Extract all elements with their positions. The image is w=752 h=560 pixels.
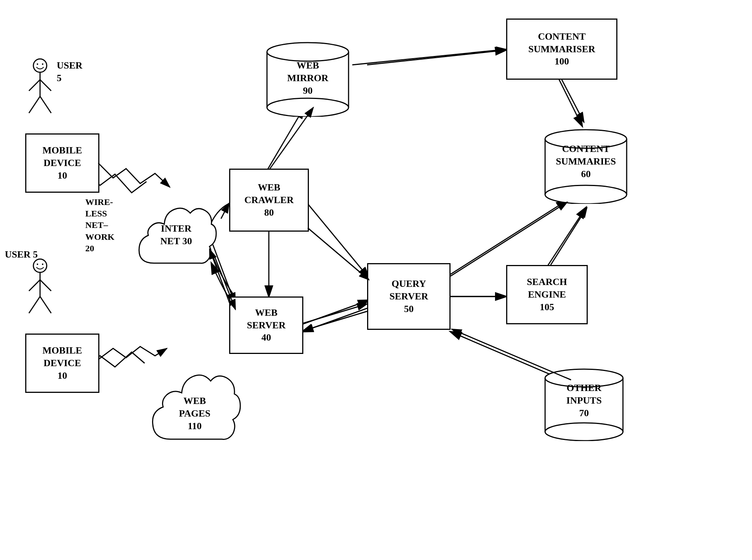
svg-line-52 xyxy=(562,80,584,122)
mobile-device1-box: MOBILEDEVICE10 xyxy=(25,133,99,193)
internet-node: INTERNET 30 xyxy=(132,193,221,285)
content-summariser-label: CONTENTSUMMARISER100 xyxy=(528,30,596,68)
search-engine-box: SEARCHENGINE105 xyxy=(506,265,588,324)
svg-point-34 xyxy=(267,98,349,117)
wireless-network-label: WIRE-LESSNET–WORK20 xyxy=(85,196,115,254)
svg-line-20 xyxy=(40,80,51,91)
svg-line-53 xyxy=(308,228,369,280)
other-inputs-cylinder: OTHERINPUTS70 xyxy=(541,361,627,443)
user1-label: USER5 xyxy=(57,59,82,85)
svg-line-10 xyxy=(451,200,567,274)
other-inputs-label: OTHERINPUTS70 xyxy=(541,382,627,419)
svg-line-12 xyxy=(547,208,586,267)
svg-point-23 xyxy=(33,259,47,272)
web-pages-node: WEBPAGES110 xyxy=(145,359,245,456)
svg-line-51 xyxy=(352,49,506,65)
query-server-box: QUERYSERVER50 xyxy=(367,263,451,330)
svg-point-17 xyxy=(42,63,43,65)
svg-line-27 xyxy=(29,280,40,291)
svg-line-8 xyxy=(302,300,369,324)
svg-line-55 xyxy=(303,311,367,331)
web-server-box: WEBSERVER40 xyxy=(229,296,303,354)
svg-line-58 xyxy=(551,208,587,265)
svg-line-47 xyxy=(221,203,229,219)
search-engine-label: SEARCHENGINE105 xyxy=(527,276,567,313)
user2-label: USER 5 xyxy=(5,248,38,261)
svg-point-24 xyxy=(37,264,38,265)
content-summaries-label: CONTENTSUMMARIES60 xyxy=(541,143,630,180)
svg-line-6 xyxy=(559,79,582,126)
web-server-label: WEBSERVER40 xyxy=(247,306,286,344)
user1-figure: USER5 xyxy=(25,57,55,117)
web-mirror-cylinder: WEBMIRROR90 xyxy=(263,35,352,118)
svg-line-54 xyxy=(303,304,367,323)
mobile-device2-label: MOBILEDEVICE10 xyxy=(43,344,82,382)
svg-line-30 xyxy=(40,296,51,313)
svg-line-7 xyxy=(308,204,369,278)
web-pages-label: WEBPAGES110 xyxy=(179,395,211,432)
mobile-device1-label: MOBILEDEVICE10 xyxy=(43,144,82,182)
svg-point-35 xyxy=(267,43,349,61)
web-crawler-label: WEBCRAWLER80 xyxy=(244,181,294,219)
svg-point-15 xyxy=(33,59,47,72)
svg-line-28 xyxy=(40,280,51,291)
content-summaries-cylinder: CONTENTSUMMARIES60 xyxy=(541,122,630,205)
svg-line-22 xyxy=(40,96,51,113)
diagram-container: INTERNET 30 WEBPAGES110 xyxy=(0,0,752,560)
svg-line-19 xyxy=(29,80,40,91)
svg-point-25 xyxy=(42,264,43,265)
query-server-label: QUERYSERVER50 xyxy=(389,278,428,315)
svg-point-44 xyxy=(545,423,623,441)
svg-point-16 xyxy=(37,63,38,65)
web-crawler-box: WEBCRAWLER80 xyxy=(229,169,309,232)
content-summariser-box: CONTENTSUMMARISER100 xyxy=(506,19,617,80)
svg-line-21 xyxy=(29,96,40,113)
svg-point-39 xyxy=(545,185,627,204)
user2-figure: USER 5 xyxy=(25,258,55,317)
svg-line-5 xyxy=(367,50,506,65)
svg-line-9 xyxy=(302,308,369,332)
svg-line-29 xyxy=(29,296,40,313)
mobile-device2-box: MOBILEDEVICE10 xyxy=(25,334,99,393)
internet-label: INTERNET 30 xyxy=(160,222,192,248)
web-mirror-label: WEBMIRROR90 xyxy=(263,59,352,97)
